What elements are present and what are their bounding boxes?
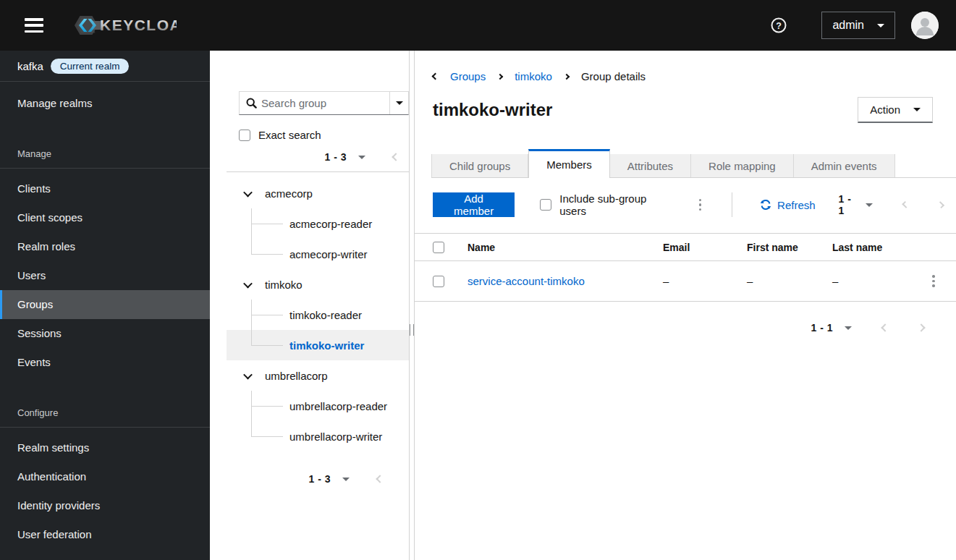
sidebar-section-manage: Manage Clients Client scopes Realm roles…	[0, 148, 210, 377]
tree-item-timkoko-writer[interactable]: timkoko-writer	[227, 330, 409, 360]
page-title: timkoko-writer	[433, 100, 552, 120]
svg-text:KEYCLOAK: KEYCLOAK	[100, 17, 177, 33]
group-details-main: Groups timkoko Group details timkoko-wri…	[415, 51, 956, 560]
tree-item-umbrellacorp-reader[interactable]: umbrellacorp-reader	[227, 391, 409, 421]
chevron-down-icon[interactable]	[243, 187, 253, 197]
chevron-down-icon[interactable]	[243, 279, 253, 288]
sidebar-item-client-scopes[interactable]: Client scopes	[0, 203, 210, 232]
next-page-icon[interactable]	[917, 323, 925, 331]
avatar[interactable]	[911, 12, 939, 39]
tree-item-label: umbrellacorp-writer	[289, 430, 382, 443]
tree-item-umbrellacorp[interactable]: umbrellacorp	[227, 360, 409, 391]
breadcrumb: Groups timkoko Group details	[415, 51, 956, 82]
column-header-name: Name	[468, 242, 663, 253]
prev-page-icon[interactable]	[392, 153, 399, 161]
breadcrumb-link-groups[interactable]: Groups	[450, 70, 486, 82]
user-menu-dropdown[interactable]: admin	[821, 12, 895, 39]
search-options-toggle[interactable]	[389, 92, 408, 114]
masthead: KEYCLOAK ? admin	[0, 0, 956, 51]
tab-members[interactable]: Members	[528, 149, 610, 178]
member-first-name: –	[747, 275, 832, 287]
refresh-label: Refresh	[777, 199, 816, 211]
chevron-down-icon	[396, 101, 403, 105]
sidebar-item-manage-realms[interactable]: Manage realms	[0, 89, 210, 118]
tree-item-timkoko-reader[interactable]: timkoko-reader	[227, 300, 409, 330]
prev-page-icon[interactable]	[376, 475, 384, 483]
prev-page-icon[interactable]	[902, 201, 910, 208]
breadcrumb-back-button[interactable]	[433, 74, 438, 79]
column-header-email: Email	[663, 242, 747, 253]
row-kebab-menu[interactable]	[929, 272, 938, 290]
divider	[227, 171, 409, 172]
toolbar-kebab-menu[interactable]	[696, 196, 705, 214]
pagination-menu-toggle[interactable]	[342, 478, 350, 481]
tree-item-acmecorp[interactable]: acmecorp	[227, 178, 409, 208]
sidebar-section-configure: Configure Realm settings Authentication …	[0, 407, 210, 549]
tree-pagination-top: 1 - 3	[210, 151, 399, 163]
next-page-icon[interactable]	[937, 201, 944, 208]
exact-search-checkbox[interactable]	[239, 130, 250, 141]
sidebar-item-clients[interactable]: Clients	[0, 174, 210, 203]
sidebar-item-groups[interactable]: Groups	[0, 290, 210, 319]
members-pagination-bottom: 1 - 1	[415, 322, 924, 334]
members-pagination-top: 1 - 1	[839, 193, 943, 216]
tree-item-label: timkoko	[265, 279, 303, 291]
add-member-button[interactable]: Add member	[433, 192, 515, 217]
chevron-down-icon	[913, 108, 921, 111]
exact-search-row: Exact search	[239, 129, 409, 141]
pagination-menu-toggle[interactable]	[358, 156, 365, 159]
include-subgroups-label: Include sub-group users	[559, 192, 665, 217]
group-tabs: Child groups Members Attributes Role map…	[431, 149, 956, 178]
pagination-menu-toggle[interactable]	[866, 203, 873, 207]
chevron-down-icon[interactable]	[243, 370, 253, 379]
tree-item-timkoko[interactable]: timkoko	[227, 269, 409, 300]
tab-child-groups[interactable]: Child groups	[431, 154, 528, 177]
section-title-manage: Manage	[0, 148, 210, 169]
divider	[732, 192, 732, 217]
current-realm-badge: Current realm	[51, 59, 130, 74]
tab-role-mapping[interactable]: Role mapping	[691, 154, 794, 177]
sidebar-item-user-federation[interactable]: User federation	[0, 520, 210, 549]
tree-item-umbrellacorp-writer[interactable]: umbrellacorp-writer	[227, 421, 409, 451]
sidebar-item-realm-settings[interactable]: Realm settings	[0, 433, 210, 462]
tree-item-acmecorp-reader[interactable]: acmecorp-reader	[227, 208, 409, 239]
member-last-name: –	[832, 275, 911, 287]
exact-search-label: Exact search	[258, 129, 321, 141]
include-subgroups-row: Include sub-group users	[540, 192, 665, 217]
sidebar-item-events[interactable]: Events	[0, 348, 210, 377]
table-row: service-account-timkoko – – –	[415, 261, 956, 302]
tree-item-acmecorp-writer[interactable]: acmecorp-writer	[227, 239, 409, 269]
svg-text:?: ?	[777, 21, 782, 31]
sidebar-item-authentication[interactable]: Authentication	[0, 462, 210, 491]
nav-toggle-button[interactable]	[25, 18, 43, 33]
include-subgroups-checkbox[interactable]	[540, 199, 551, 211]
sidebar-item-users[interactable]: Users	[0, 261, 210, 290]
tab-attributes[interactable]: Attributes	[610, 154, 691, 177]
group-search	[239, 91, 409, 115]
search-group-input[interactable]	[261, 92, 389, 114]
help-icon[interactable]: ?	[771, 17, 787, 33]
pagination-menu-toggle[interactable]	[845, 326, 852, 330]
sidebar-item-realm-roles[interactable]: Realm roles	[0, 232, 210, 261]
refresh-icon	[760, 199, 771, 211]
chevron-right-icon	[564, 73, 570, 79]
members-toolbar: Add member Include sub-group users Refre…	[415, 178, 956, 228]
select-all-checkbox[interactable]	[433, 242, 444, 253]
prev-page-icon[interactable]	[881, 323, 889, 331]
panel-resize-handle[interactable]	[409, 51, 415, 560]
refresh-button[interactable]: Refresh	[760, 199, 816, 211]
table-header-row: Name Email First name Last name	[415, 233, 956, 261]
realm-selector[interactable]: kafka Current realm	[0, 51, 210, 82]
sidebar-item-identity-providers[interactable]: Identity providers	[0, 491, 210, 520]
action-dropdown[interactable]: Action	[858, 97, 933, 123]
sidebar-item-sessions[interactable]: Sessions	[0, 319, 210, 348]
column-header-last-name: Last name	[832, 242, 911, 253]
member-name-link[interactable]: service-account-timkoko	[468, 275, 663, 287]
tab-admin-events[interactable]: Admin events	[794, 154, 895, 177]
row-select-checkbox[interactable]	[433, 276, 444, 287]
member-email: –	[663, 275, 747, 287]
members-table: Name Email First name Last name service-…	[415, 233, 956, 302]
breadcrumb-current: Group details	[581, 70, 646, 82]
breadcrumb-link-timkoko[interactable]: timkoko	[515, 70, 552, 82]
tree-item-label: timkoko-reader	[289, 309, 362, 321]
